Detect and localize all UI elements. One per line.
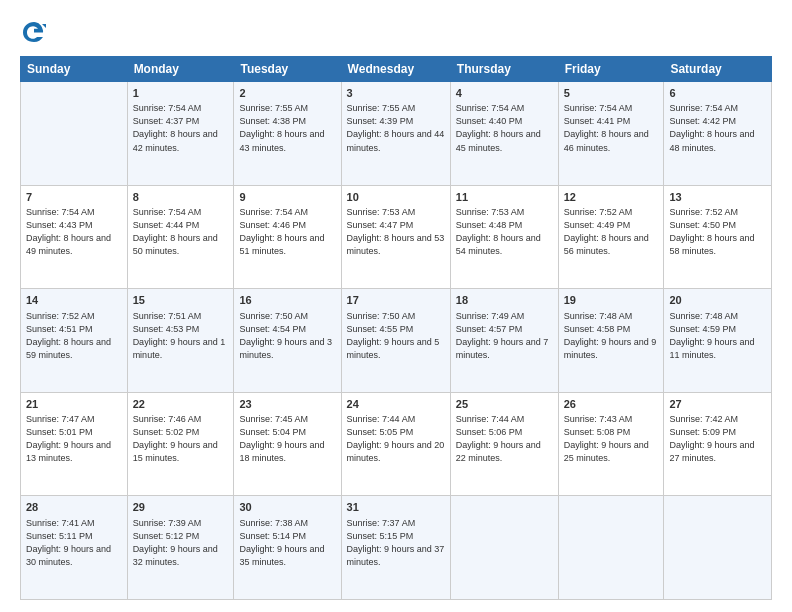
weekday-header-friday: Friday xyxy=(558,57,664,82)
calendar-cell xyxy=(450,496,558,600)
calendar-cell: 2Sunrise: 7:55 AMSunset: 4:38 PMDaylight… xyxy=(234,82,341,186)
day-info: Sunrise: 7:50 AMSunset: 4:54 PMDaylight:… xyxy=(239,310,335,362)
calendar-cell: 27Sunrise: 7:42 AMSunset: 5:09 PMDayligh… xyxy=(664,392,772,496)
day-number: 19 xyxy=(564,293,659,308)
week-row-3: 14Sunrise: 7:52 AMSunset: 4:51 PMDayligh… xyxy=(21,289,772,393)
calendar-cell: 18Sunrise: 7:49 AMSunset: 4:57 PMDayligh… xyxy=(450,289,558,393)
day-number: 28 xyxy=(26,500,122,515)
day-number: 30 xyxy=(239,500,335,515)
day-number: 21 xyxy=(26,397,122,412)
day-number: 10 xyxy=(347,190,445,205)
day-number: 25 xyxy=(456,397,553,412)
day-info: Sunrise: 7:38 AMSunset: 5:14 PMDaylight:… xyxy=(239,517,335,569)
calendar-cell: 21Sunrise: 7:47 AMSunset: 5:01 PMDayligh… xyxy=(21,392,128,496)
weekday-header-thursday: Thursday xyxy=(450,57,558,82)
day-info: Sunrise: 7:52 AMSunset: 4:50 PMDaylight:… xyxy=(669,206,766,258)
day-info: Sunrise: 7:52 AMSunset: 4:51 PMDaylight:… xyxy=(26,310,122,362)
calendar-cell xyxy=(558,496,664,600)
day-number: 27 xyxy=(669,397,766,412)
day-number: 17 xyxy=(347,293,445,308)
calendar-cell: 12Sunrise: 7:52 AMSunset: 4:49 PMDayligh… xyxy=(558,185,664,289)
day-info: Sunrise: 7:54 AMSunset: 4:43 PMDaylight:… xyxy=(26,206,122,258)
calendar-cell: 20Sunrise: 7:48 AMSunset: 4:59 PMDayligh… xyxy=(664,289,772,393)
day-number: 2 xyxy=(239,86,335,101)
day-info: Sunrise: 7:50 AMSunset: 4:55 PMDaylight:… xyxy=(347,310,445,362)
day-number: 29 xyxy=(133,500,229,515)
calendar-cell: 10Sunrise: 7:53 AMSunset: 4:47 PMDayligh… xyxy=(341,185,450,289)
day-info: Sunrise: 7:39 AMSunset: 5:12 PMDaylight:… xyxy=(133,517,229,569)
day-info: Sunrise: 7:54 AMSunset: 4:42 PMDaylight:… xyxy=(669,102,766,154)
day-number: 24 xyxy=(347,397,445,412)
day-info: Sunrise: 7:47 AMSunset: 5:01 PMDaylight:… xyxy=(26,413,122,465)
day-number: 13 xyxy=(669,190,766,205)
logo xyxy=(20,18,52,46)
calendar-cell: 29Sunrise: 7:39 AMSunset: 5:12 PMDayligh… xyxy=(127,496,234,600)
week-row-2: 7Sunrise: 7:54 AMSunset: 4:43 PMDaylight… xyxy=(21,185,772,289)
calendar-table: SundayMondayTuesdayWednesdayThursdayFrid… xyxy=(20,56,772,600)
day-info: Sunrise: 7:37 AMSunset: 5:15 PMDaylight:… xyxy=(347,517,445,569)
day-number: 3 xyxy=(347,86,445,101)
day-info: Sunrise: 7:53 AMSunset: 4:47 PMDaylight:… xyxy=(347,206,445,258)
day-info: Sunrise: 7:53 AMSunset: 4:48 PMDaylight:… xyxy=(456,206,553,258)
logo-icon xyxy=(20,18,48,46)
calendar-cell: 23Sunrise: 7:45 AMSunset: 5:04 PMDayligh… xyxy=(234,392,341,496)
calendar-cell: 16Sunrise: 7:50 AMSunset: 4:54 PMDayligh… xyxy=(234,289,341,393)
day-number: 5 xyxy=(564,86,659,101)
day-info: Sunrise: 7:48 AMSunset: 4:59 PMDaylight:… xyxy=(669,310,766,362)
week-row-1: 1Sunrise: 7:54 AMSunset: 4:37 PMDaylight… xyxy=(21,82,772,186)
calendar-cell xyxy=(664,496,772,600)
header xyxy=(20,18,772,46)
calendar-cell: 28Sunrise: 7:41 AMSunset: 5:11 PMDayligh… xyxy=(21,496,128,600)
weekday-header-row: SundayMondayTuesdayWednesdayThursdayFrid… xyxy=(21,57,772,82)
day-info: Sunrise: 7:45 AMSunset: 5:04 PMDaylight:… xyxy=(239,413,335,465)
calendar-cell: 30Sunrise: 7:38 AMSunset: 5:14 PMDayligh… xyxy=(234,496,341,600)
day-number: 14 xyxy=(26,293,122,308)
day-info: Sunrise: 7:54 AMSunset: 4:46 PMDaylight:… xyxy=(239,206,335,258)
calendar-cell: 14Sunrise: 7:52 AMSunset: 4:51 PMDayligh… xyxy=(21,289,128,393)
day-info: Sunrise: 7:48 AMSunset: 4:58 PMDaylight:… xyxy=(564,310,659,362)
day-number: 22 xyxy=(133,397,229,412)
day-info: Sunrise: 7:55 AMSunset: 4:39 PMDaylight:… xyxy=(347,102,445,154)
day-number: 1 xyxy=(133,86,229,101)
day-info: Sunrise: 7:42 AMSunset: 5:09 PMDaylight:… xyxy=(669,413,766,465)
calendar-cell: 15Sunrise: 7:51 AMSunset: 4:53 PMDayligh… xyxy=(127,289,234,393)
day-number: 11 xyxy=(456,190,553,205)
day-number: 16 xyxy=(239,293,335,308)
day-info: Sunrise: 7:54 AMSunset: 4:37 PMDaylight:… xyxy=(133,102,229,154)
calendar-cell: 19Sunrise: 7:48 AMSunset: 4:58 PMDayligh… xyxy=(558,289,664,393)
calendar-cell: 25Sunrise: 7:44 AMSunset: 5:06 PMDayligh… xyxy=(450,392,558,496)
calendar-cell: 24Sunrise: 7:44 AMSunset: 5:05 PMDayligh… xyxy=(341,392,450,496)
day-info: Sunrise: 7:44 AMSunset: 5:05 PMDaylight:… xyxy=(347,413,445,465)
day-number: 26 xyxy=(564,397,659,412)
calendar-cell: 4Sunrise: 7:54 AMSunset: 4:40 PMDaylight… xyxy=(450,82,558,186)
calendar-cell: 22Sunrise: 7:46 AMSunset: 5:02 PMDayligh… xyxy=(127,392,234,496)
calendar-cell: 13Sunrise: 7:52 AMSunset: 4:50 PMDayligh… xyxy=(664,185,772,289)
week-row-5: 28Sunrise: 7:41 AMSunset: 5:11 PMDayligh… xyxy=(21,496,772,600)
day-number: 31 xyxy=(347,500,445,515)
day-info: Sunrise: 7:46 AMSunset: 5:02 PMDaylight:… xyxy=(133,413,229,465)
day-number: 20 xyxy=(669,293,766,308)
calendar-cell: 26Sunrise: 7:43 AMSunset: 5:08 PMDayligh… xyxy=(558,392,664,496)
day-number: 12 xyxy=(564,190,659,205)
weekday-header-wednesday: Wednesday xyxy=(341,57,450,82)
calendar-cell: 17Sunrise: 7:50 AMSunset: 4:55 PMDayligh… xyxy=(341,289,450,393)
day-info: Sunrise: 7:54 AMSunset: 4:41 PMDaylight:… xyxy=(564,102,659,154)
day-number: 15 xyxy=(133,293,229,308)
weekday-header-sunday: Sunday xyxy=(21,57,128,82)
weekday-header-tuesday: Tuesday xyxy=(234,57,341,82)
day-number: 7 xyxy=(26,190,122,205)
day-number: 23 xyxy=(239,397,335,412)
day-info: Sunrise: 7:55 AMSunset: 4:38 PMDaylight:… xyxy=(239,102,335,154)
day-info: Sunrise: 7:44 AMSunset: 5:06 PMDaylight:… xyxy=(456,413,553,465)
calendar-cell: 6Sunrise: 7:54 AMSunset: 4:42 PMDaylight… xyxy=(664,82,772,186)
day-info: Sunrise: 7:54 AMSunset: 4:44 PMDaylight:… xyxy=(133,206,229,258)
day-info: Sunrise: 7:54 AMSunset: 4:40 PMDaylight:… xyxy=(456,102,553,154)
week-row-4: 21Sunrise: 7:47 AMSunset: 5:01 PMDayligh… xyxy=(21,392,772,496)
day-info: Sunrise: 7:43 AMSunset: 5:08 PMDaylight:… xyxy=(564,413,659,465)
day-number: 9 xyxy=(239,190,335,205)
calendar-cell xyxy=(21,82,128,186)
calendar-cell: 11Sunrise: 7:53 AMSunset: 4:48 PMDayligh… xyxy=(450,185,558,289)
day-number: 4 xyxy=(456,86,553,101)
calendar-cell: 7Sunrise: 7:54 AMSunset: 4:43 PMDaylight… xyxy=(21,185,128,289)
calendar-cell: 1Sunrise: 7:54 AMSunset: 4:37 PMDaylight… xyxy=(127,82,234,186)
